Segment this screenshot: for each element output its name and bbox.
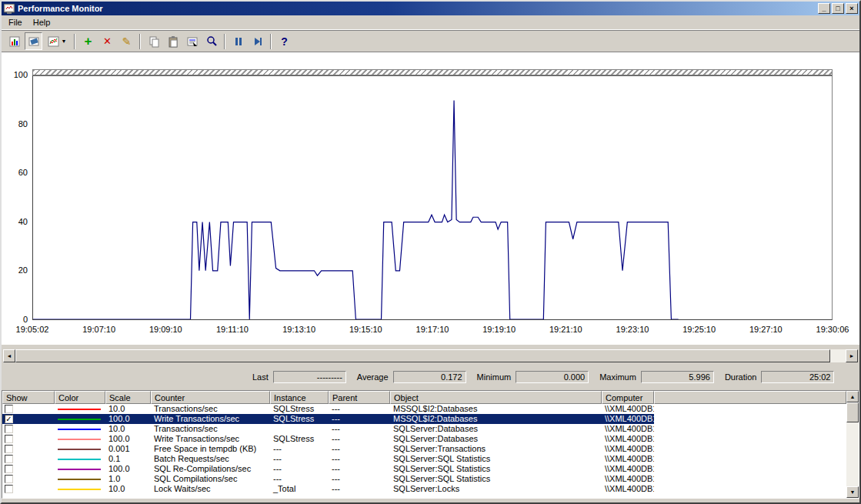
- column-header-computer[interactable]: Computer: [602, 391, 654, 404]
- cell-computer: \\XML400DB1: [602, 434, 654, 444]
- vscrollbar-track[interactable]: [846, 402, 859, 486]
- hscrollbar-thumb[interactable]: [15, 349, 830, 362]
- show-checkbox[interactable]: [5, 405, 13, 413]
- minimum-stat: Minimum0.000: [477, 371, 589, 383]
- help-icon: ?: [281, 36, 288, 47]
- counter-row[interactable]: 10.0Lock Waits/sec_Total---SQLServer:Loc…: [2, 484, 654, 494]
- counter-row[interactable]: 100.0SQL Re-Compilations/sec------SQLSer…: [2, 464, 654, 474]
- cell-counter: SQL Compilations/sec: [151, 474, 270, 484]
- cell-computer: \\XML400DB1: [602, 424, 654, 434]
- column-header-instance[interactable]: Instance: [270, 391, 329, 404]
- cell-scale: 100.0: [105, 434, 151, 444]
- legend-header: ShowColorScaleCounterInstanceParentObjec…: [2, 391, 859, 404]
- show-checkbox[interactable]: [5, 485, 13, 493]
- column-header-counter[interactable]: Counter: [151, 391, 270, 404]
- chevron-down-icon[interactable]: ▼: [62, 38, 67, 44]
- column-header-show[interactable]: Show: [2, 391, 55, 404]
- cell-object: SQLServer:Databases: [390, 434, 602, 444]
- show-checkbox[interactable]: [5, 425, 13, 433]
- scroll-up-button[interactable]: ▲: [846, 391, 859, 402]
- show-checkbox[interactable]: [5, 435, 13, 443]
- counter-color-swatch: [58, 409, 101, 410]
- cell-computer: \\XML400DB1: [602, 404, 654, 414]
- cell-object: SQLServer:Locks: [390, 484, 602, 494]
- counter-row[interactable]: 1.0SQL Compilations/sec------SQLServer:S…: [2, 474, 654, 484]
- help-button[interactable]: ?: [275, 32, 293, 50]
- show-checkbox[interactable]: [5, 465, 13, 473]
- highlight-button[interactable]: ✎: [118, 32, 135, 50]
- properties-button[interactable]: [183, 32, 201, 50]
- duration-stat: Duration25:02: [725, 371, 835, 383]
- zoom-button[interactable]: [202, 32, 220, 50]
- cell-counter: Lock Waits/sec: [151, 484, 270, 494]
- column-header-object[interactable]: Object: [390, 391, 602, 404]
- view-selector-button[interactable]: ▼: [44, 32, 70, 50]
- cell-counter: SQL Re-Compilations/sec: [151, 464, 270, 474]
- title-bar[interactable]: Performance Monitor _ □ ×: [2, 2, 859, 15]
- cell-parent: ---: [329, 444, 390, 454]
- counter-row[interactable]: 100.0Write Transactions/secSQLStress---S…: [2, 434, 654, 444]
- cell-instance: ---: [270, 464, 329, 474]
- cell-parent: ---: [329, 404, 390, 414]
- hscrollbar-track[interactable]: [15, 349, 846, 362]
- legend-vertical-scrollbar[interactable]: ▲ ▼: [846, 391, 859, 498]
- copy-properties-button[interactable]: [145, 32, 162, 50]
- counter-row[interactable]: 0.1Batch Requests/sec------SQLServer:SQL…: [2, 454, 654, 464]
- column-header-filler: [654, 391, 846, 404]
- last-stat: Last---------: [252, 371, 346, 383]
- copy-icon: [148, 35, 160, 48]
- update-data-button[interactable]: [249, 32, 266, 50]
- scroll-left-button[interactable]: ◄: [3, 349, 15, 362]
- delete-counter-button[interactable]: ✕: [98, 32, 116, 50]
- scroll-down-button[interactable]: ▼: [846, 486, 859, 498]
- freeze-display-button[interactable]: [229, 32, 247, 50]
- add-counter-button[interactable]: +: [79, 32, 97, 50]
- menu-help[interactable]: Help: [28, 16, 56, 28]
- new-counter-set-button[interactable]: [5, 32, 23, 50]
- paste-counter-list-button[interactable]: [164, 32, 182, 50]
- clear-display-icon: [28, 35, 40, 48]
- cell-scale: 1.0: [105, 474, 151, 484]
- x-tick-label: 19:11:10: [208, 325, 257, 334]
- y-tick-label: 20: [2, 265, 28, 275]
- clear-display-button[interactable]: [25, 32, 42, 50]
- chart-series-svg: [33, 76, 832, 319]
- cell-parent: ---: [329, 434, 390, 444]
- toolbar-separator: [224, 34, 225, 49]
- show-checkbox[interactable]: [5, 445, 13, 453]
- cell-scale: 0.001: [105, 444, 151, 454]
- x-tick-label: 19:25:10: [675, 325, 724, 334]
- x-tick-label: 19:30:06: [808, 325, 857, 334]
- counter-row[interactable]: 10.0Transactions/sec---SQLServer:Databas…: [2, 424, 654, 434]
- column-header-color[interactable]: Color: [55, 391, 105, 404]
- menu-file[interactable]: File: [3, 16, 28, 28]
- minimize-button[interactable]: _: [818, 3, 830, 14]
- counter-row[interactable]: 10.0Transactions/secSQLStress---MSSQL$I2…: [2, 404, 654, 414]
- counter-color-swatch: [58, 459, 101, 460]
- counter-row[interactable]: 0.001Free Space in tempdb (KB)------SQLS…: [2, 444, 654, 454]
- pause-icon: [232, 35, 245, 48]
- stats-bar: Last---------Average0.172Minimum0.000Max…: [2, 369, 859, 385]
- show-checkbox[interactable]: [5, 455, 13, 463]
- show-checkbox[interactable]: [5, 475, 13, 483]
- column-header-parent[interactable]: Parent: [329, 391, 390, 404]
- counter-color-swatch: [58, 439, 101, 440]
- close-button[interactable]: ×: [846, 3, 858, 14]
- x-tick-label: 19:27:10: [741, 325, 790, 334]
- chart-horizontal-scrollbar[interactable]: ◄ ►: [3, 349, 858, 362]
- column-header-scale[interactable]: Scale: [105, 391, 151, 404]
- step-forward-icon: [252, 35, 264, 48]
- cell-computer: \\XML400DB1: [602, 464, 654, 474]
- show-checkbox[interactable]: ✓: [5, 415, 13, 423]
- window-title: Performance Monitor: [18, 4, 818, 13]
- cell-instance: ---: [270, 474, 329, 484]
- counter-color-swatch: [58, 469, 101, 470]
- counter-row[interactable]: ✓100.0Write Transactions/secSQLStress---…: [2, 414, 654, 424]
- scroll-right-button[interactable]: ►: [846, 349, 858, 362]
- cell-object: SQLServer:SQL Statistics: [390, 464, 602, 474]
- maximize-button[interactable]: □: [832, 3, 844, 14]
- cell-object: MSSQL$I2:Databases: [390, 404, 602, 414]
- vscrollbar-thumb[interactable]: [846, 402, 859, 422]
- cell-instance: [270, 424, 329, 434]
- x-tick-label: 19:21:10: [541, 325, 590, 334]
